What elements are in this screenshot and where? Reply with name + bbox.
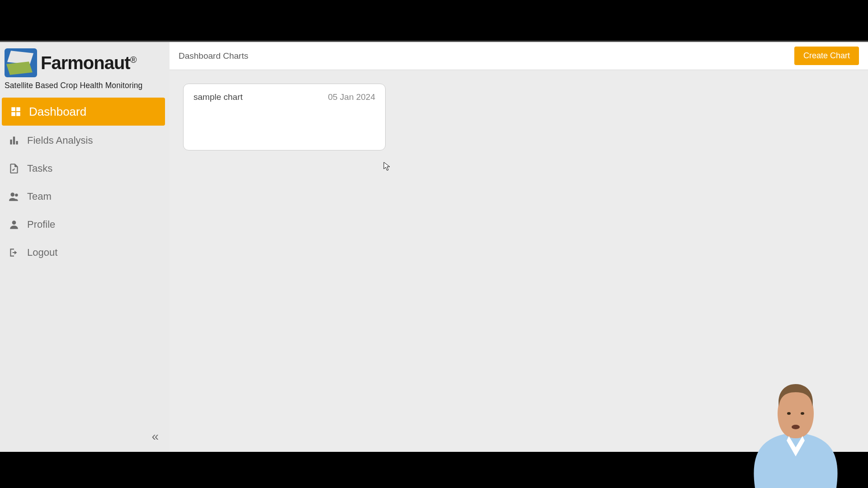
brand-tagline: Satellite Based Crop Health Monitoring [5,81,165,90]
sidebar-item-profile[interactable]: Profile [0,211,167,239]
chart-card-date: 05 Jan 2024 [328,92,375,142]
brand-block: Farmonaut® Satellite Based Crop Health M… [0,46,170,97]
logout-icon [8,247,20,258]
sidebar-item-label: Profile [27,219,55,230]
svg-rect-5 [13,136,15,144]
svg-point-10 [787,412,791,415]
sidebar-nav: Dashboard Fields Analysis Tasks [0,97,170,267]
sidebar-item-dashboard[interactable]: Dashboard [2,98,165,126]
sidebar-item-logout[interactable]: Logout [0,239,167,267]
tasks-icon [8,163,20,174]
chart-card[interactable]: sample chart 05 Jan 2024 [183,84,386,150]
sidebar-item-label: Logout [27,247,57,258]
page-title: Dashboard Charts [179,51,248,61]
svg-rect-2 [11,112,15,116]
dashboard-icon [10,106,22,117]
svg-rect-1 [16,107,20,111]
brand-name: Farmonaut® [41,53,136,73]
sidebar-collapse-button[interactable]: « [151,429,159,444]
sidebar-item-label: Fields Analysis [27,135,93,146]
presenter-overlay [728,321,863,488]
svg-rect-3 [16,112,20,116]
profile-icon [8,219,20,230]
chart-card-title: sample chart [193,92,243,142]
sidebar-item-tasks[interactable]: Tasks [0,155,167,183]
svg-point-9 [12,221,16,225]
svg-point-7 [10,192,14,197]
svg-rect-0 [11,107,15,111]
svg-rect-4 [10,140,12,145]
svg-point-8 [15,194,18,197]
sidebar-item-label: Team [27,191,52,202]
brand-name-text: Farmonaut [41,53,130,73]
sidebar-item-label: Dashboard [29,105,86,119]
team-icon [8,191,20,202]
bar-chart-icon [8,135,20,146]
sidebar-item-team[interactable]: Team [0,183,167,211]
topbar: Dashboard Charts Create Chart [170,42,868,70]
brand-row: Farmonaut® [5,48,165,77]
sidebar-item-label: Tasks [27,163,52,174]
svg-point-12 [792,425,800,429]
svg-point-11 [801,412,804,415]
registered-mark: ® [130,54,137,64]
sidebar-item-fields-analysis[interactable]: Fields Analysis [0,127,167,155]
content-area: sample chart 05 Jan 2024 [170,70,868,164]
svg-rect-6 [16,141,18,145]
create-chart-button[interactable]: Create Chart [794,47,859,65]
brand-logo-icon [5,48,37,77]
sidebar: Farmonaut® Satellite Based Crop Health M… [0,42,170,452]
